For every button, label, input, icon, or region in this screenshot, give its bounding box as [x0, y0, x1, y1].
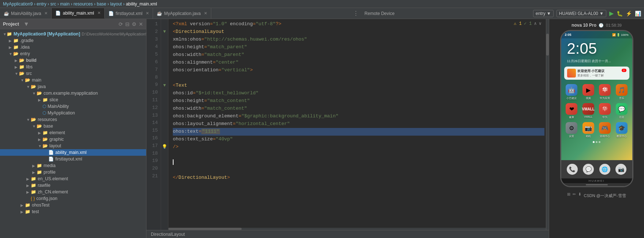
tree-item-graphic[interactable]: ▶ 📂 graphic [0, 136, 146, 143]
phone-home-indicator [586, 184, 608, 185]
java-file-icon-myapplication: ⬡ [42, 110, 46, 116]
project-panel-expand[interactable]: ▼ [23, 21, 29, 27]
tree-item-project[interactable]: ▼ 📁 MyApplication9 [MyApplication] D:\Di… [0, 31, 146, 37]
code-editor[interactable]: ⚠ 1 ✓ 1 ∧ ∨ <?xml version="1.0" encoding… [168, 19, 549, 230]
phone-app-xiaoyi[interactable]: 🤖 小艺建议 [564, 84, 580, 100]
tree-item-resources[interactable]: ▼ 📂 resources [0, 116, 146, 123]
tab-overflow-menu[interactable]: ⋮ [350, 8, 362, 19]
tab-ability-main[interactable]: 📄 ability_main.xml ✕ [52, 8, 104, 19]
tab-myapplication[interactable]: ☕ MyApplication.java ✕ [153, 8, 211, 19]
code-line-7: ohos:orientation="vertical"> [173, 67, 544, 74]
tab-mainability[interactable]: ☕ MainAbility.java ✕ [0, 8, 52, 19]
code-line-19 [173, 159, 544, 166]
tree-arrow-zh-cn: ▶ [26, 190, 31, 194]
folder-icon-libs: 📁 [19, 64, 25, 69]
phone-app-music[interactable]: 🎵 音乐 [614, 84, 629, 100]
folder-icon-test: 📁 [25, 209, 30, 214]
tree-label-libs: libs [26, 64, 33, 69]
phone-status-bar: 2:05 📶 🔋 100% [561, 31, 632, 38]
code-line-17: /> [173, 143, 544, 151]
folder-icon-layout: 📂 [42, 143, 48, 148]
warning-count: ⚠ 1 [514, 20, 522, 27]
tab-close-ability-main[interactable]: ✕ [97, 11, 101, 15]
phone-app-camera[interactable]: 📷 相机 [581, 122, 596, 138]
tree-item-entry[interactable]: ▼ 📂 entry [0, 50, 146, 57]
phone-app-vmall[interactable]: VMALL VMALL [581, 103, 596, 119]
profile-button[interactable]: 📊 [635, 11, 641, 16]
phone-app-huawei-app[interactable]: 华 华为应用 [598, 84, 613, 100]
folder-icon-idea: 📁 [13, 45, 19, 50]
vertical-scrollbar[interactable] [546, 19, 549, 230]
tree-item-main[interactable]: ▼ 📂 main [0, 77, 146, 83]
tree-item-firstlayout-xml[interactable]: 📄 firstlayout.xml [0, 156, 146, 162]
tree-item-src[interactable]: ▼ 📂 src [0, 70, 146, 77]
debug-button[interactable]: 🐛 [617, 11, 623, 16]
phone-app-education[interactable]: 🎓 教育中心 [614, 122, 629, 138]
sync-icon[interactable]: ⟳ [119, 21, 123, 27]
tree-item-ohostest[interactable]: ▶ 📁 ohosTest [0, 202, 146, 208]
phone-preview-panel: nova 10 Pro 🕐 01:58:39 2:05 📶 🔋 100% 2:0… [549, 19, 644, 238]
tree-label-gradle: .gradle [20, 38, 34, 43]
fold-all-icon[interactable]: ∧ [534, 20, 537, 27]
phone-app-message[interactable]: 💬 信息 [614, 103, 629, 119]
scrollbar-thumb[interactable] [546, 34, 549, 56]
tree-label-ability-main: ability_main.xml [55, 150, 86, 155]
tab-close-myapplication[interactable]: ✕ [204, 11, 207, 16]
app-label-music: 音乐 [619, 97, 624, 100]
phone-apps-row1: 🤖 小艺建议 ▶ 视频 华 华为应用 🎵 音乐 [561, 83, 632, 102]
tab-close-firstlayout[interactable]: ✕ [146, 11, 149, 16]
tree-item-profile[interactable]: ▶ 📁 profile [0, 169, 146, 175]
tree-item-en-us[interactable]: ▶ 📁 en_US.element [0, 175, 146, 182]
app-label-gaming: 游戏中心 [600, 135, 610, 138]
phone-app-huawei[interactable]: 华 华为 [598, 103, 613, 119]
dock-sms-icon[interactable]: 💬 [583, 164, 594, 175]
tree-item-myapplication[interactable]: ⬡ MyApplication [0, 110, 146, 116]
phone-app-gaming[interactable]: 🎮 游戏中心 [598, 122, 613, 138]
phone-brand-label: HUAWEI [561, 178, 632, 183]
expand-all-icon[interactable]: ∨ [539, 20, 541, 27]
tree-item-zh-cn[interactable]: ▶ 📁 zh_CN.element [0, 189, 146, 195]
settings-icon[interactable]: ⚙ [132, 21, 137, 27]
tree-arrow-test: ▶ [21, 210, 25, 214]
tree-item-media[interactable]: ▶ 📁 media [0, 162, 146, 169]
code-line-5: ohos:width="match_parent" [173, 51, 544, 59]
dock-browser-icon[interactable]: 🌐 [599, 164, 610, 175]
tree-item-rawfile[interactable]: ▶ 📁 rawfile [0, 182, 146, 189]
code-line-10: ohos:id="$+id:text_helloworld" [173, 90, 544, 97]
tree-item-com-example[interactable]: ▼ 📂 com.example.myapplication [0, 90, 146, 97]
attach-button[interactable]: ⚡ [626, 11, 632, 16]
breadcrumb-bar: MyApplication9 › entry › src › main › re… [0, 0, 644, 8]
tree-item-layout[interactable]: ▼ 📂 layout [0, 143, 146, 149]
tree-item-libs[interactable]: ▶ 📁 libs [0, 64, 146, 70]
close-panel-icon[interactable]: ✕ [139, 21, 143, 27]
tree-item-build[interactable]: ▶ 📂 build [0, 57, 146, 64]
h-scrollbar-thumb[interactable] [168, 228, 242, 230]
tree-item-java[interactable]: ▼ 📂 java [0, 83, 146, 90]
run-config-dropdown[interactable]: entry ▼ [533, 10, 554, 17]
greeting-sub: 更多精彩，一键了解 [577, 73, 605, 78]
csdn-icon-3: ⬇ [578, 192, 581, 197]
tree-item-ability-main-xml[interactable]: 📄 ability_main.xml [0, 149, 146, 156]
phone-app-settings[interactable]: ⚙ 设置 [564, 122, 580, 138]
device-dropdown[interactable]: HUAWEI GLA-AL00 ▼ [556, 10, 606, 17]
tree-item-slice[interactable]: ▶ 📁 slice [0, 97, 146, 103]
run-button[interactable]: ▶ [609, 10, 614, 17]
tree-item-mainability[interactable]: ⬡ MainAbility [0, 103, 146, 110]
dock-camera-icon[interactable]: 📷 [615, 164, 626, 175]
tree-label-main: main [32, 78, 41, 83]
tree-arrow-base: ▼ [32, 124, 37, 128]
tree-item-idea[interactable]: ▶ 📁 .idea [0, 44, 146, 50]
tree-item-base[interactable]: ▼ 📂 base [0, 123, 146, 129]
tree-item-element[interactable]: ▶ 📁 element [0, 129, 146, 136]
dock-phone-icon[interactable]: 📞 [567, 164, 578, 175]
tree-item-config-json[interactable]: { } config.json [0, 195, 146, 202]
tab-firstlayout[interactable]: 📄 firstlayout.xml ✕ [105, 8, 153, 19]
phone-app-health[interactable]: ❤ 健康 [564, 103, 580, 119]
tree-item-gradle[interactable]: ▶ 📁 .gradle [0, 37, 146, 44]
tree-item-test[interactable]: ▶ 📁 test [0, 208, 146, 215]
line-numbers: 12345 678910 1112131415 1617181920 21 [146, 19, 161, 230]
horizontal-scrollbar[interactable] [168, 228, 546, 230]
collapse-icon[interactable]: ⊟ [125, 21, 130, 27]
tab-close-mainability[interactable]: ✕ [44, 11, 48, 16]
phone-app-video[interactable]: ▶ 视频 [581, 84, 596, 100]
